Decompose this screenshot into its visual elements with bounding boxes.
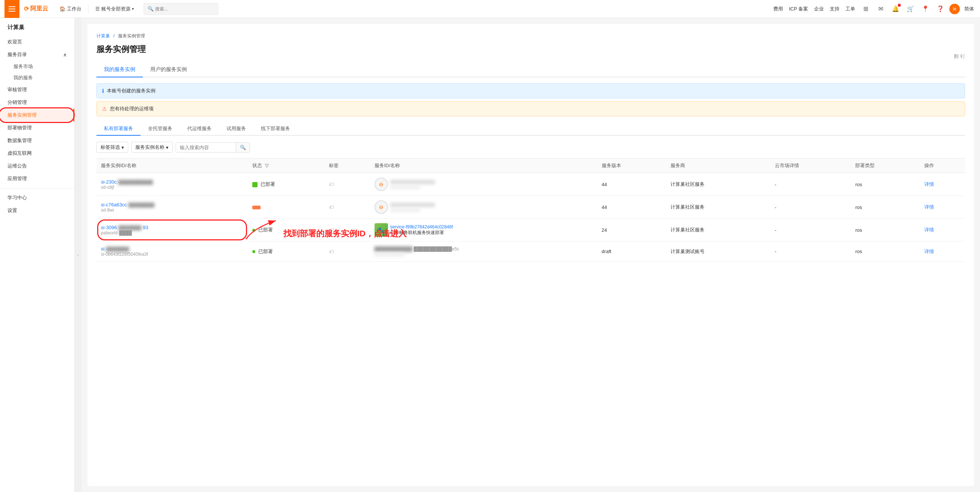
search-filter-submit[interactable]: 🔍 xyxy=(236,143,250,152)
cell-id-2: si-c76a63cc █████████ sd-8wi xyxy=(96,196,248,219)
cell-id-1: si-230c ████████████ sd-s9jf xyxy=(96,173,248,196)
tab-user-instances[interactable]: 用户的服务实例 xyxy=(143,62,194,77)
detail-link-3[interactable]: 详情 xyxy=(924,227,934,232)
cell-status-1: 已部署 xyxy=(248,173,325,196)
sub-tab-hosted[interactable]: 全托管服务 xyxy=(140,122,180,136)
warn-icon: ⚠ xyxy=(102,106,107,112)
sidebar-item-distribution[interactable]: 分销管理 xyxy=(0,96,75,109)
tab-my-instances[interactable]: 我的服务实例 xyxy=(96,62,143,77)
tag-filter-btn[interactable]: 标签筛选 ▾ xyxy=(96,142,128,153)
sidebar-item-catalog[interactable]: 服务目录 ∧ xyxy=(0,48,75,61)
top-navigation: ⟳ 阿里云 🏠 工作台 ☰ 账号全部资源 ▾ 🔍 费用 ICP 备案 企业 支持… xyxy=(0,0,980,18)
nav-support[interactable]: 支持 xyxy=(828,6,841,12)
search-input[interactable] xyxy=(176,143,236,152)
alert-warn: ⚠ 您有待处理的运维项 xyxy=(96,101,965,116)
nav-ticket[interactable]: 工单 xyxy=(844,6,857,12)
sidebar-divider xyxy=(0,188,75,188)
sidebar-item-data-mgmt[interactable]: 数据集管理 xyxy=(0,134,75,147)
location-icon-btn[interactable]: 📍 xyxy=(920,3,931,15)
status-dot-4 xyxy=(252,250,255,253)
sidebar-item-ops-notice[interactable]: 运维公告 xyxy=(0,160,75,172)
search-input[interactable] xyxy=(155,6,211,11)
sub-tab-offline[interactable]: 线下部署服务 xyxy=(253,122,298,136)
service-id-link-3[interactable]: service-f99b27842d464c02846f xyxy=(390,225,453,229)
nav-icp[interactable]: ICP 备案 xyxy=(788,6,810,12)
instance-name-filter-btn[interactable]: 服务实例名称 ▾ xyxy=(131,142,173,153)
sidebar-item-market[interactable]: 服务市场 xyxy=(0,61,75,72)
table-wrapper: 服务实例ID/名称 状态 ▽ 标签 服务ID/名称 服务版本 服务商 云市场详情… xyxy=(96,158,965,262)
menu-button[interactable] xyxy=(5,0,19,18)
sub-tab-private[interactable]: 私有部署服务 xyxy=(96,122,140,136)
notification-badge xyxy=(898,4,901,7)
col-status: 状态 ▽ xyxy=(248,159,325,173)
cell-status-4: 已部署 xyxy=(248,242,325,262)
cell-provider-3: 计算巢社区服务 xyxy=(666,219,770,242)
instance-id-link-1[interactable]: si-230c ████████████ xyxy=(101,179,153,185)
col-tags: 标签 xyxy=(325,159,370,173)
instances-table: 服务实例ID/名称 状态 ▽ 标签 服务ID/名称 服务版本 服务商 云市场详情… xyxy=(96,158,965,262)
main-content: 翻 钉 计算巢 / 服务实例管理 服务实例管理 我的服务实例 用户的服务实例 ℹ… xyxy=(81,18,980,492)
col-provider: 服务商 xyxy=(666,159,770,173)
nav-links: 🏠 工作台 ☰ 账号全部资源 ▾ xyxy=(56,0,138,18)
filter-icon[interactable]: ▽ xyxy=(265,162,269,168)
status-icon-2 xyxy=(252,205,261,209)
sidebar-item-settings[interactable]: 设置 xyxy=(0,204,75,217)
nav-enterprise[interactable]: 企业 xyxy=(813,6,825,12)
resources-icon: ☰ xyxy=(95,6,100,11)
cell-provider-4: 计算巢测试账号 xyxy=(666,242,770,262)
cell-service-2: ⊖ xyxy=(370,196,597,219)
status-icon-1 xyxy=(252,182,258,187)
breadcrumb-home[interactable]: 计算巢 xyxy=(96,33,110,38)
service-name-3: 幻兽帕鲁联机服务快速部署 xyxy=(390,229,453,236)
col-op: 操作 xyxy=(920,159,965,173)
cell-deploy-1: ros xyxy=(851,173,920,196)
search-box[interactable]: 🔍 xyxy=(143,3,218,15)
lang-simplified[interactable]: 简体 xyxy=(963,6,975,12)
top-tab-bar: 我的服务实例 用户的服务实例 xyxy=(96,62,965,77)
col-service-id: 服务ID/名称 xyxy=(370,159,597,173)
sidebar-collapse-btn[interactable]: ‹ xyxy=(75,18,81,492)
chevron-down-icon: ▾ xyxy=(121,145,124,150)
instance-id-link-2[interactable]: si-c76a63cc █████████ xyxy=(101,202,154,207)
detail-link-4[interactable]: 详情 xyxy=(924,248,934,254)
sidebar-item-learn[interactable]: 学习中心 xyxy=(0,191,75,204)
bell-icon-btn[interactable]: 🔔 xyxy=(889,3,902,15)
instance-id-link-3[interactable]: si-3096 ████████ 93 xyxy=(101,225,148,230)
help-icon-btn[interactable]: ❓ xyxy=(934,3,947,15)
service-thumb-3: 🐾 xyxy=(374,223,388,237)
sidebar-item-deploy-mgmt[interactable]: 部署物管理 xyxy=(0,121,75,134)
logo[interactable]: ⟳ 阿里云 xyxy=(24,5,48,13)
top-nav-right: 费用 ICP 备案 企业 支持 工单 ⊞ ✉ 🔔 🛒 📍 ❓ Ie 简体 xyxy=(772,3,975,15)
message-icon-btn[interactable]: ✉ xyxy=(875,3,886,15)
cell-version-1: 44 xyxy=(597,173,666,196)
col-id-name: 服务实例ID/名称 xyxy=(96,159,248,173)
sub-tab-trial[interactable]: 试用服务 xyxy=(219,122,253,136)
sidebar-item-app-mgmt[interactable]: 应用管理 xyxy=(0,172,75,185)
chevron-down-icon: ▾ xyxy=(132,7,134,11)
detail-link-1[interactable]: 详情 xyxy=(924,182,934,187)
tag-icon-1: 🏷 xyxy=(329,182,334,187)
instance-id-link-4[interactable]: si ████████ xyxy=(101,246,129,252)
search-filter[interactable]: 🔍 xyxy=(176,142,250,153)
cell-version-4: draft xyxy=(597,242,666,262)
pin-button[interactable]: 翻 钉 xyxy=(954,53,965,60)
table-row: si-230c ████████████ sd-s9jf 已部署 🏷 xyxy=(96,173,965,196)
alert-info: ℹ 本账号创建的服务实例 xyxy=(96,83,965,98)
cell-version-2: 44 xyxy=(597,196,666,219)
nav-workbench[interactable]: 🏠 工作台 xyxy=(56,0,85,18)
content-wrapper: 翻 钉 计算巢 / 服务实例管理 服务实例管理 我的服务实例 用户的服务实例 ℹ… xyxy=(88,24,974,486)
sidebar-item-welcome[interactable]: 欢迎页 xyxy=(0,35,75,48)
cell-market-3: - xyxy=(770,219,851,242)
nav-fee[interactable]: 费用 xyxy=(772,6,784,12)
sidebar-item-virtual-net[interactable]: 虚拟互联网 xyxy=(0,147,75,160)
sidebar-item-instance-mgmt[interactable]: 服务实例管理 xyxy=(0,109,75,121)
user-avatar[interactable]: Ie xyxy=(949,4,960,14)
sidebar-item-my-service[interactable]: 我的服务 xyxy=(0,72,75,83)
logo-icon: ⟳ xyxy=(24,5,29,12)
nav-resources[interactable]: ☰ 账号全部资源 ▾ xyxy=(92,0,138,18)
sidebar-item-review[interactable]: 审核管理 xyxy=(0,83,75,96)
detail-link-2[interactable]: 详情 xyxy=(924,204,934,210)
sub-tab-ops[interactable]: 代运维服务 xyxy=(180,122,219,136)
cart-icon-btn[interactable]: 🛒 xyxy=(905,3,916,15)
grid-icon-btn[interactable]: ⊞ xyxy=(860,3,872,15)
